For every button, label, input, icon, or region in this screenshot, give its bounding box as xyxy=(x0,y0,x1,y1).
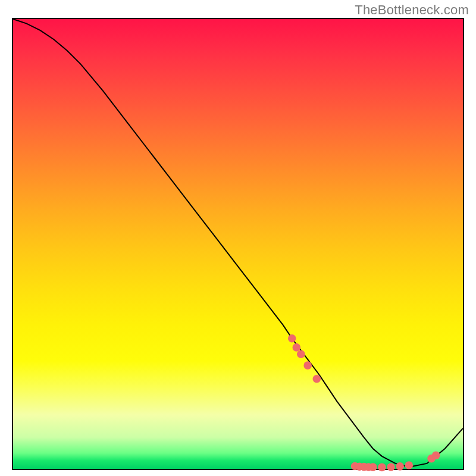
svg-point-15 xyxy=(432,452,440,460)
chart-container: TheBottleneck.com xyxy=(0,0,476,476)
attribution-text: TheBottleneck.com xyxy=(355,2,469,18)
svg-point-2 xyxy=(297,350,305,358)
plot-area xyxy=(12,18,464,470)
curve-line xyxy=(13,19,463,467)
svg-point-1 xyxy=(292,343,300,352)
svg-point-13 xyxy=(405,461,413,469)
marker-dots xyxy=(288,334,440,471)
svg-point-3 xyxy=(303,361,312,369)
curve-svg xyxy=(13,19,463,469)
svg-point-10 xyxy=(378,464,386,472)
svg-point-11 xyxy=(387,463,395,471)
svg-point-9 xyxy=(369,463,377,471)
svg-point-0 xyxy=(288,334,296,343)
svg-point-4 xyxy=(312,375,321,383)
svg-point-12 xyxy=(396,462,404,471)
